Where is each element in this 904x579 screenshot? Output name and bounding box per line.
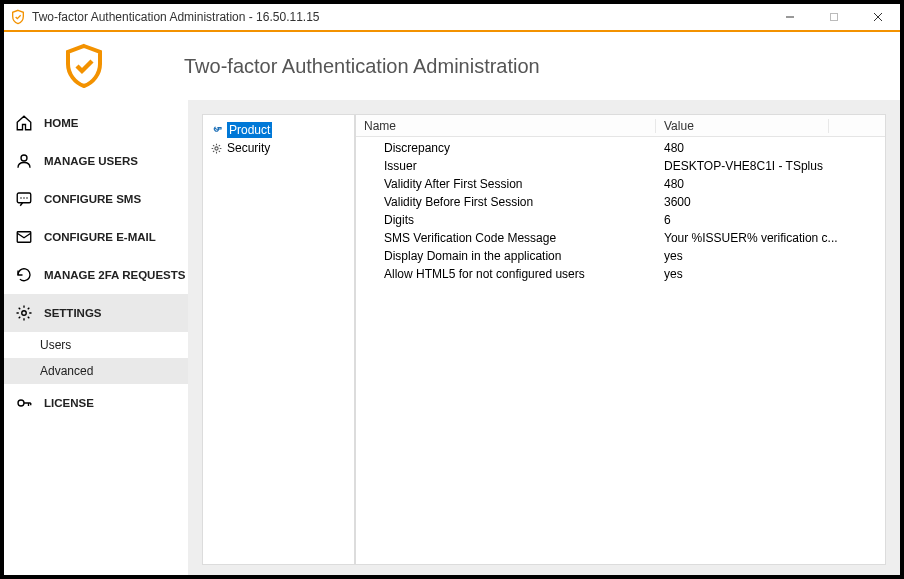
key-icon [14, 393, 34, 413]
setting-value: 480 [656, 140, 885, 156]
setting-name: Issuer [356, 158, 656, 174]
user-icon [14, 151, 34, 171]
window-maximize-button[interactable] [812, 3, 856, 31]
setting-name: Discrepancy [356, 140, 656, 156]
svg-point-6 [20, 197, 22, 199]
sidebar-item-label: MANAGE USERS [44, 155, 138, 167]
table-row[interactable]: Validity After First Session 480 [356, 175, 885, 193]
tree-item-security[interactable]: Security [207, 139, 350, 157]
setting-name: Allow HTML5 for not configured users [356, 266, 656, 282]
tree-item-product[interactable]: Product [207, 121, 350, 139]
setting-name: SMS Verification Code Message [356, 230, 656, 246]
sidebar-item-configure-email[interactable]: CONFIGURE E-MAIL [4, 218, 188, 256]
sidebar-item-label: MANAGE 2FA REQUESTS [44, 269, 185, 281]
tree-item-label: Security [227, 140, 270, 156]
app-shield-icon [10, 9, 26, 25]
setting-value: 480 [656, 176, 885, 192]
setting-value: DESKTOP-VHE8C1I - TSplus [656, 158, 885, 174]
sidebar-item-manage-2fa-requests[interactable]: MANAGE 2FA REQUESTS [4, 256, 188, 294]
sidebar-sub-advanced[interactable]: Advanced [4, 358, 188, 384]
settings-table-panel: Name Value Discrepancy 480 Issuer DESKTO… [355, 114, 886, 565]
svg-point-10 [22, 311, 27, 316]
page-title: Two-factor Authentication Administration [184, 55, 540, 78]
sidebar-item-label: SETTINGS [44, 307, 102, 319]
window-minimize-button[interactable] [768, 3, 812, 31]
header-shield-logo [60, 42, 108, 90]
setting-name: Validity After First Session [356, 176, 656, 192]
sidebar-item-label: HOME [44, 117, 79, 129]
svg-point-7 [23, 197, 25, 199]
titlebar: Two-factor Authentication Administration… [4, 4, 900, 32]
window-title: Two-factor Authentication Administration… [32, 10, 320, 24]
wrench-icon [209, 123, 223, 137]
tree-item-label: Product [227, 122, 272, 138]
settings-tree-panel: Product Security [202, 114, 355, 565]
sidebar: HOME MANAGE USERS CONFIGURE SMS CONFIGUR… [4, 100, 188, 575]
sidebar-item-configure-sms[interactable]: CONFIGURE SMS [4, 180, 188, 218]
main-content: Product Security Name Value [188, 100, 900, 575]
cog-small-icon [209, 141, 223, 155]
table-row[interactable]: Allow HTML5 for not configured users yes [356, 265, 885, 283]
sidebar-item-manage-users[interactable]: MANAGE USERS [4, 142, 188, 180]
email-icon [14, 227, 34, 247]
gear-icon [14, 303, 34, 323]
table-header: Name Value [356, 115, 885, 137]
setting-name: Validity Before First Session [356, 194, 656, 210]
setting-name: Display Domain in the application [356, 248, 656, 264]
table-body: Discrepancy 480 Issuer DESKTOP-VHE8C1I -… [356, 137, 885, 564]
svg-point-11 [18, 400, 24, 406]
setting-value: 3600 [656, 194, 885, 210]
sidebar-item-label: CONFIGURE SMS [44, 193, 141, 205]
table-row[interactable]: Validity Before First Session 3600 [356, 193, 885, 211]
sidebar-item-license[interactable]: LICENSE [4, 384, 188, 422]
refresh-icon [14, 265, 34, 285]
table-row[interactable]: SMS Verification Code Message Your %ISSU… [356, 229, 885, 247]
home-icon [14, 113, 34, 133]
svg-point-8 [26, 197, 28, 199]
svg-point-12 [214, 146, 217, 149]
table-row[interactable]: Digits 6 [356, 211, 885, 229]
setting-name: Digits [356, 212, 656, 228]
window-close-button[interactable] [856, 3, 900, 31]
setting-value: yes [656, 248, 885, 264]
table-row[interactable]: Display Domain in the application yes [356, 247, 885, 265]
header: Two-factor Authentication Administration [4, 32, 900, 100]
sidebar-sub-users[interactable]: Users [4, 332, 188, 358]
sidebar-item-settings[interactable]: SETTINGS [4, 294, 188, 332]
sidebar-item-label: CONFIGURE E-MAIL [44, 231, 156, 243]
setting-value: 6 [656, 212, 885, 228]
sidebar-sub-label: Users [40, 338, 71, 352]
table-row[interactable]: Issuer DESKTOP-VHE8C1I - TSplus [356, 157, 885, 175]
table-header-name[interactable]: Name [356, 119, 656, 133]
svg-point-4 [21, 155, 27, 161]
setting-value: yes [656, 266, 885, 282]
sms-icon [14, 189, 34, 209]
table-header-value[interactable]: Value [656, 119, 829, 133]
svg-rect-1 [831, 14, 838, 21]
setting-value: Your %ISSUER% verification c... [656, 230, 885, 246]
table-row[interactable]: Discrepancy 480 [356, 139, 885, 157]
sidebar-item-label: LICENSE [44, 397, 94, 409]
sidebar-item-home[interactable]: HOME [4, 104, 188, 142]
sidebar-sub-label: Advanced [40, 364, 93, 378]
